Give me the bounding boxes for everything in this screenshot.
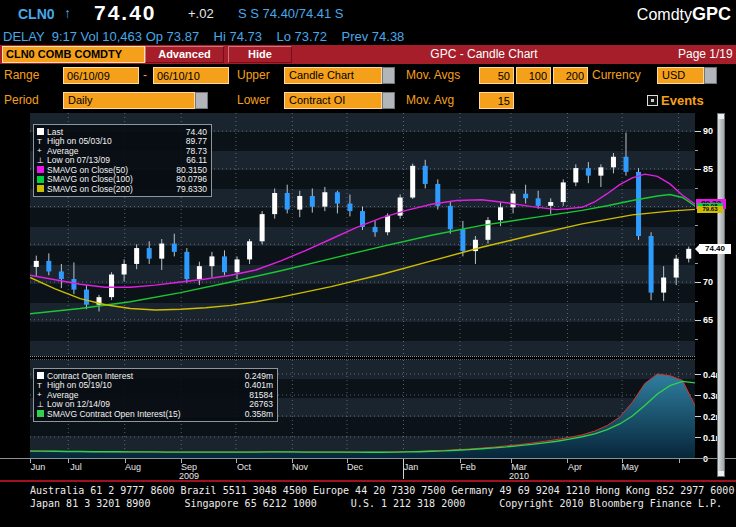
legend-label: Low on 12/14/09 (47, 399, 249, 409)
y-tick (695, 416, 701, 417)
legend-label: SMAVG on Close(200) (47, 184, 176, 194)
last-price: 74.40 (94, 1, 157, 25)
month-label: Nov (292, 462, 308, 472)
legend-row: Last74.40 (37, 127, 207, 137)
y-tick (695, 320, 701, 321)
advanced-button[interactable]: Advanced (145, 46, 224, 63)
y-minor-tick (695, 263, 698, 264)
high-marker-icon: T (37, 137, 47, 146)
price-change: +.02 (188, 6, 214, 21)
month-label: Apr (568, 462, 582, 472)
y-minor-tick (695, 339, 698, 340)
hide-button[interactable]: Hide (228, 46, 292, 63)
y-minor-tick (695, 301, 698, 302)
legend-row: THigh on 05/19/100.401m (37, 381, 273, 391)
legend-row: SMAVG on Close(100)80.0796 (37, 175, 207, 185)
scrollbar-top-cap[interactable] (718, 114, 724, 119)
legend-row: SMAVG on Close(50)80.3150 (37, 165, 207, 175)
y-minor-tick (695, 225, 698, 226)
mov-avg-100-input[interactable] (516, 67, 551, 84)
chart-panel: Last74.40THigh on 05/03/1089.77+Average7… (0, 113, 736, 480)
app-name-bold: GPC (692, 4, 731, 24)
upper-chart-select[interactable]: Candle Chart (284, 67, 382, 84)
period-select[interactable]: Daily (63, 92, 195, 109)
upper-label: Upper (237, 68, 270, 82)
select-thumb[interactable] (382, 67, 395, 84)
range-from-input[interactable] (63, 67, 139, 84)
page-indicator[interactable]: Page 1/19 (678, 47, 733, 61)
select-thumb[interactable] (704, 67, 717, 84)
legend-value: 89.77 (186, 136, 207, 146)
legend-value: 0.401m (245, 380, 273, 390)
footer-copyright: Copyright 2010 Bloomberg Finance L.P. (499, 498, 722, 509)
legend-label: High on 05/03/10 (47, 136, 186, 146)
currency-label: Currency (592, 68, 641, 82)
legend-row: SMAVG Contract Open Interest(15)0.358m (37, 409, 273, 419)
scrollbar-bottom-cap[interactable] (718, 471, 724, 476)
bid-ask-quote: S S 74.40/74.41 S (238, 6, 344, 21)
month-label: Dec (347, 462, 363, 472)
legend-value: 80.0796 (176, 174, 207, 184)
month-label: Aug (125, 462, 141, 472)
legend-row: ⊥Low on 12/14/0926763 (37, 400, 273, 410)
legend-label: Low on 07/13/09 (47, 155, 186, 165)
legend-label: Average (47, 390, 249, 400)
month-label: Jan (404, 462, 419, 472)
app-name: ComdtyGPC (637, 4, 731, 25)
upper-legend: Last74.40THigh on 05/03/1089.77+Average7… (33, 124, 212, 197)
low-marker-icon: ⊥ (37, 156, 47, 165)
ticker-symbol: CLN0 (18, 6, 55, 22)
mov-avg-label: Mov. Avg (406, 93, 454, 107)
y-tick (695, 374, 701, 375)
events-label[interactable]: Events (661, 93, 704, 108)
upper-price-plot[interactable]: Last74.40THigh on 05/03/1089.77+Average7… (30, 113, 695, 356)
legend-row: ⊥Low on 07/13/0966.11 (37, 156, 207, 166)
settings-row-2: Period Daily Lower Contract OI Mov. Avg … (0, 89, 736, 114)
footer-japan: Japan 81 3 3201 8900 (30, 498, 150, 509)
security-input[interactable]: CLN0 COMB COMDTY (2, 46, 145, 63)
footer-singapore: Singapore 65 6212 1000 (184, 498, 316, 509)
y-minor-tick (695, 150, 698, 151)
mov-avg-15-input[interactable] (479, 92, 514, 109)
y-tick-label: 70 (703, 277, 713, 287)
legend-value: 26763 (249, 399, 273, 409)
month-tick (679, 459, 680, 463)
month-label: Jul (70, 462, 82, 472)
legend-value: 66.11 (186, 155, 207, 165)
select-thumb[interactable] (195, 92, 208, 109)
footer-line-1: Australia 61 2 9777 8600 Brazil 5511 304… (30, 485, 730, 496)
price-tag: 79.63 (697, 206, 723, 213)
y-tick (695, 437, 701, 438)
vertical-scrollbar[interactable] (717, 113, 725, 477)
month-tick (68, 459, 69, 463)
legend-row: Contract Open Interest0.249m (37, 371, 273, 381)
mov-avg-50-input[interactable] (479, 67, 514, 84)
lower-oi-plot[interactable]: Contract Open Interest0.249mTHigh on 05/… (30, 360, 695, 458)
range-to-input[interactable] (153, 67, 229, 84)
y-tick (695, 169, 701, 170)
legend-swatch-icon (37, 166, 44, 173)
legend-row: +Average78.73 (37, 146, 207, 156)
legend-value: 0.249m (245, 371, 273, 381)
footer-line-2: Japan 81 3 3201 8900 Singapore 65 6212 1… (30, 498, 722, 509)
mov-avg-200-input[interactable] (553, 67, 588, 84)
month-label: Jun (31, 462, 46, 472)
footer-us: U.S. 1 212 318 2000 (351, 498, 465, 509)
legend-label: SMAVG Contract Open Interest(15) (47, 409, 245, 419)
legend-value: 78.73 (186, 146, 207, 156)
y-minor-tick (695, 188, 698, 189)
select-thumb[interactable] (382, 92, 395, 109)
settings-row-1: Range - Upper Candle Chart Mov. Avgs Cur… (0, 64, 736, 89)
plot-separator (30, 356, 695, 357)
legend-swatch-icon (37, 176, 44, 183)
legend-swatch-icon (37, 372, 44, 379)
legend-value: 74.40 (186, 127, 207, 137)
range-label: Range (4, 68, 39, 82)
bloomberg-footer: Australia 61 2 9777 8600 Brazil 5511 304… (0, 480, 736, 527)
legend-value: 0.358m (245, 409, 273, 419)
legend-row: +Average81584 (37, 390, 273, 400)
currency-select[interactable]: USD (657, 67, 704, 84)
lower-chart-select[interactable]: Contract OI (284, 92, 382, 109)
price-tag: 74.40 (699, 244, 731, 254)
events-checkbox[interactable] (647, 95, 658, 106)
